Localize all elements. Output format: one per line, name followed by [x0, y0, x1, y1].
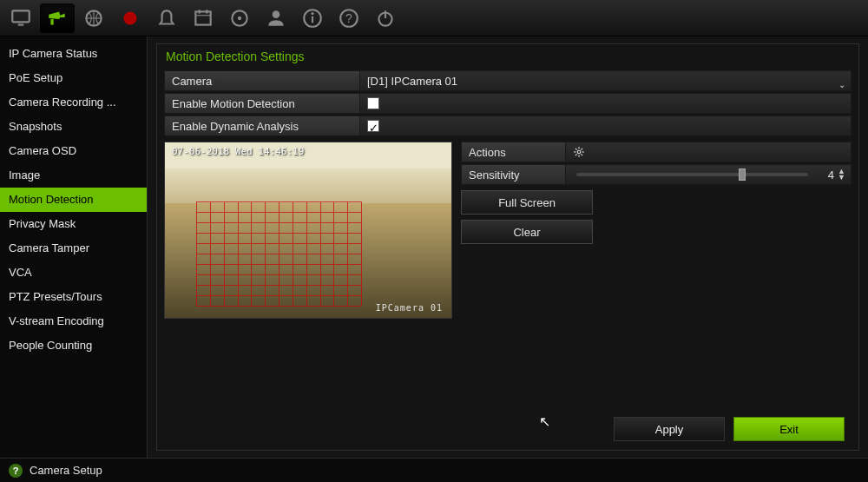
camera-value: [D1] IPCamera 01	[367, 75, 457, 88]
full-screen-button[interactable]: Full Screen	[461, 190, 593, 215]
svg-line-26	[575, 154, 577, 155]
page-title: Motion Detection Settings	[166, 50, 852, 63]
record-icon[interactable]	[113, 3, 148, 33]
sidebar-item-privacy-mask[interactable]: Privacy Mask	[0, 212, 147, 236]
alarm-icon[interactable]	[149, 3, 184, 33]
svg-rect-13	[312, 16, 313, 23]
power-icon[interactable]	[368, 3, 403, 33]
sidebar-item-ptz-presets[interactable]: PTZ Presets/Tours	[0, 285, 147, 309]
actions-label: Actions	[461, 142, 565, 162]
svg-point-19	[577, 150, 581, 154]
camera-select[interactable]: [D1] IPCamera 01 ⌄	[359, 70, 852, 91]
svg-line-25	[581, 154, 582, 155]
monitor-icon[interactable]	[3, 3, 38, 33]
preview-timestamp: 07-06-2018 Wed 14:46:19	[172, 146, 304, 157]
motion-grid[interactable]	[196, 201, 361, 306]
svg-rect-1	[18, 23, 24, 25]
sidebar-item-motion-detection[interactable]: Motion Detection	[0, 188, 147, 212]
info-icon[interactable]	[295, 3, 330, 33]
sensitivity-stepper[interactable]: ▲▼	[838, 168, 845, 181]
sidebar-item-camera-osd[interactable]: Camera OSD	[0, 139, 147, 163]
clear-button[interactable]: Clear	[461, 220, 593, 244]
top-toolbar: ?	[0, 0, 868, 36]
sidebar: IP Camera Status PoE Setup Camera Record…	[0, 36, 148, 458]
help-icon[interactable]: ?	[332, 3, 366, 33]
slider-thumb[interactable]	[739, 168, 746, 181]
enable-dynamic-label: Enable Dynamic Analysis	[164, 116, 359, 136]
exit-button[interactable]: Exit	[733, 417, 845, 441]
svg-text:?: ?	[345, 11, 352, 25]
sidebar-item-camera-recording[interactable]: Camera Recording ...	[0, 90, 147, 115]
enable-dynamic-checkbox[interactable]	[367, 120, 379, 132]
sidebar-item-vca[interactable]: VCA	[0, 261, 147, 285]
apply-button[interactable]: Apply	[614, 417, 725, 441]
help-icon[interactable]: ?	[9, 464, 23, 478]
svg-rect-0	[12, 10, 30, 22]
sidebar-item-image[interactable]: Image	[0, 163, 147, 188]
svg-line-27	[581, 149, 582, 150]
enable-motion-field	[359, 93, 852, 114]
actions-settings-button[interactable]	[565, 142, 852, 162]
globe-icon[interactable]	[76, 3, 111, 33]
camera-label: Camera	[164, 70, 359, 91]
schedule-icon[interactable]	[186, 3, 220, 33]
footer-label: Camera Setup	[30, 464, 102, 477]
sensitivity-value: 4	[813, 168, 838, 182]
sensitivity-field: 4 ▲▼	[565, 164, 852, 185]
sidebar-item-camera-tamper[interactable]: Camera Tamper	[0, 236, 147, 261]
cursor-icon: ↖	[539, 413, 550, 430]
sidebar-item-people-counting[interactable]: People Counting	[0, 333, 147, 358]
svg-point-14	[311, 11, 313, 14]
preview-camera-label: IPCamera 01	[376, 303, 443, 313]
svg-rect-2	[50, 19, 53, 25]
camera-icon[interactable]	[40, 3, 75, 33]
svg-point-4	[123, 11, 136, 24]
svg-line-24	[575, 149, 577, 150]
enable-motion-label: Enable Motion Detection	[164, 93, 359, 114]
sidebar-item-ip-camera-status[interactable]: IP Camera Status	[0, 42, 147, 66]
sensitivity-label: Sensitivity	[461, 164, 565, 185]
sidebar-item-poe-setup[interactable]: PoE Setup	[0, 66, 147, 90]
sidebar-item-vstream-encoding[interactable]: V-stream Encoding	[0, 309, 147, 333]
svg-point-10	[238, 16, 241, 19]
footer-bar: ? Camera Setup	[0, 458, 868, 482]
sensitivity-slider[interactable]	[576, 173, 808, 176]
camera-preview[interactable]: 07-06-2018 Wed 14:46:19 IPCamera 01	[164, 142, 452, 319]
sidebar-item-snapshots[interactable]: Snapshots	[0, 115, 147, 139]
gear-icon	[571, 144, 587, 160]
user-icon[interactable]	[259, 3, 293, 33]
svg-point-11	[273, 10, 280, 18]
content-area: Motion Detection Settings Camera [D1] IP…	[148, 36, 868, 458]
svg-rect-5	[195, 11, 210, 24]
enable-dynamic-field	[359, 116, 852, 136]
enable-motion-checkbox[interactable]	[367, 97, 379, 109]
hdd-icon[interactable]	[222, 3, 257, 33]
